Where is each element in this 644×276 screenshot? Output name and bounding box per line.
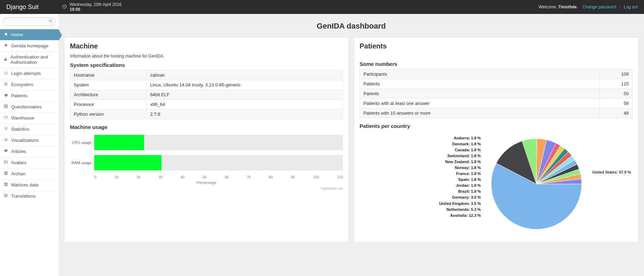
pie-chart <box>484 132 589 237</box>
nav-item-ecosystem[interactable]: Ecosystem <box>0 79 58 90</box>
pie-label: Denmark: 1.8 % <box>360 141 481 147</box>
search-input[interactable] <box>3 17 56 26</box>
pie-label: Australia: 12.3 % <box>360 213 481 219</box>
heart-icon <box>3 93 8 98</box>
patients-heading: Patients <box>360 42 633 50</box>
pie-label: France: 1.8 % <box>360 171 481 177</box>
per-country-heading: Patients per country <box>360 123 633 129</box>
table-row: Python version2.7.6 <box>70 109 343 119</box>
home-icon <box>3 43 8 48</box>
machine-usage-chart: CPU usageRAM usage <box>70 135 343 170</box>
nav-label: Genida homepage <box>11 43 48 48</box>
numbers-heading: Some numbers <box>360 61 633 67</box>
nav-item-genida-homepage[interactable]: Genida homepage <box>0 40 58 51</box>
table-row: Hostnamezalman <box>70 70 343 80</box>
username: Timothée <box>558 5 577 9</box>
pie-label: Norway: 1.8 % <box>360 165 481 171</box>
svg-point-4 <box>6 139 7 140</box>
power-icon <box>3 71 8 76</box>
nav-item-matrices-data[interactable]: Matrices data <box>0 179 58 190</box>
nav-label: Questionnaires <box>11 104 41 109</box>
nav-item-questionnaires[interactable]: Questionnaires <box>0 101 58 112</box>
nav-label: Patients <box>11 93 28 98</box>
bar-label: CPU usage <box>70 140 94 145</box>
bar-fill <box>94 135 144 150</box>
nav-label: Articles <box>11 149 26 154</box>
nav-label: Avatars <box>11 160 26 165</box>
nav-item-warehouse[interactable]: Warehouse <box>0 113 58 123</box>
bar-track <box>94 135 343 150</box>
pie-label: Spain: 1.8 % <box>360 177 481 183</box>
bar-label: RAM usage <box>70 161 94 165</box>
svg-point-1 <box>49 20 52 22</box>
svg-rect-3 <box>5 105 8 108</box>
table-row: Architecture64bit ELF <box>70 90 343 100</box>
clock-icon <box>62 4 67 10</box>
welcome-text: Welcome, <box>539 5 558 9</box>
pie-label: Netherlands: 5.3 % <box>360 207 481 213</box>
topbar: Django Suit Wednesday, 20th April 2016 1… <box>0 0 644 14</box>
pie-label: New Zealand: 1.8 % <box>360 159 481 165</box>
specs-heading: System specifications <box>70 62 343 68</box>
nav-label: Ecosystem <box>11 82 33 87</box>
table-row: SystemLinux, Ubuntu 14.04 trusty, 3.13.0… <box>70 80 343 90</box>
bar-axis-title: Percentage <box>70 181 343 185</box>
pie-label: Germany: 3.5 % <box>360 194 481 200</box>
nav-label: Login attempts <box>11 71 41 76</box>
svg-rect-7 <box>5 172 6 173</box>
grid4-icon <box>3 171 8 176</box>
search-icon <box>48 19 53 24</box>
nav-item-login-attempts[interactable]: Login attempts <box>0 68 58 79</box>
logout-link[interactable]: Log out <box>624 5 638 9</box>
table-row: Processorx86_64 <box>70 100 343 109</box>
pie-label: Canada: 1.8 % <box>360 147 481 153</box>
nav-item-archan[interactable]: Archan <box>0 168 58 179</box>
nav-item-home[interactable]: Home <box>0 29 58 40</box>
chat-icon <box>3 149 8 154</box>
svg-rect-13 <box>5 185 6 186</box>
table-row: Participants109 <box>360 69 633 79</box>
specs-table: HostnamezalmanSystemLinux, Ubuntu 14.04 … <box>70 70 343 119</box>
nav-item-translations[interactable]: Translations <box>0 191 58 201</box>
patients-panel: Patients Some numbers Participants109Pat… <box>354 37 638 243</box>
topbar-time: 18:06 <box>70 7 121 12</box>
numbers-table: Participants109Patients115Parents50Patie… <box>360 69 633 118</box>
machine-panel: Machine Information about the hosting ma… <box>64 37 349 243</box>
nav-item-visualizations[interactable]: Visualizations <box>0 135 58 146</box>
svg-rect-10 <box>6 174 8 175</box>
image-icon <box>3 160 8 165</box>
chart-credit: Highcharts.com <box>70 187 343 190</box>
sidebar: HomeGenida homepageAuthentication and Au… <box>0 14 58 276</box>
machine-heading: Machine <box>70 42 343 50</box>
nav-item-authentication-and-authorization[interactable]: Authentication and Authorization <box>0 52 58 68</box>
svg-rect-12 <box>6 183 8 184</box>
bar-fill <box>94 155 162 170</box>
nav-label: Authentication and Authorization <box>10 54 55 65</box>
pie-label: United Kingdom: 3.5 % <box>360 201 481 207</box>
nav-item-statistics[interactable]: Statistics <box>0 124 58 135</box>
svg-rect-14 <box>6 185 8 186</box>
grid4-icon <box>3 182 8 187</box>
bar-track <box>94 155 343 170</box>
eye-icon <box>3 138 8 143</box>
brand: Django Suit <box>6 3 62 11</box>
usage-heading: Machine usage <box>70 124 343 130</box>
content: GenIDA dashboard Machine Information abo… <box>58 14 644 276</box>
nav-item-patients[interactable]: Patients <box>0 90 58 101</box>
nav-item-avatars[interactable]: Avatars <box>0 157 58 168</box>
topbar-date: Wednesday, 20th April 2016 <box>70 2 121 7</box>
nav-label: Home <box>11 32 23 37</box>
bar-axis: 0102030405060708090100110 <box>94 175 343 179</box>
nav: HomeGenida homepageAuthentication and Au… <box>0 29 58 201</box>
clock: Wednesday, 20th April 2016 18:06 <box>62 2 121 12</box>
tray-icon <box>3 115 8 121</box>
pie-labels: Andorra: 1.8 %Denmark: 1.8 %Canada: 1.8 … <box>360 132 481 237</box>
pie-label: Jordan: 1.8 % <box>360 183 481 189</box>
nav-label: Matrices data <box>11 182 38 187</box>
change-password-link[interactable]: Change password <box>582 5 616 9</box>
machine-note: Information about the hosting machine fo… <box>70 54 343 59</box>
svg-rect-2 <box>5 59 7 61</box>
lock-icon <box>3 57 8 62</box>
nav-item-articles[interactable]: Articles <box>0 146 58 157</box>
grid-icon <box>3 104 8 109</box>
